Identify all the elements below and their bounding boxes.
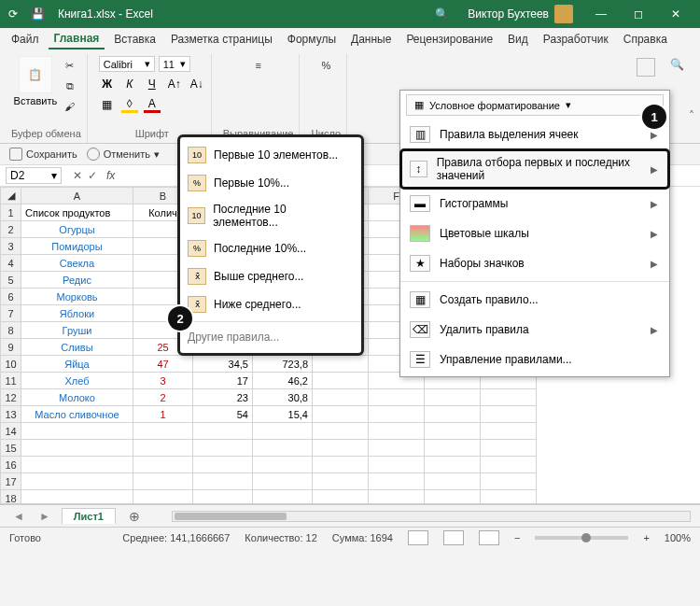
row-header[interactable]: 11	[1, 373, 21, 389]
cell[interactable]	[253, 457, 313, 473]
cell[interactable]: 723,8	[253, 356, 313, 373]
cell[interactable]	[133, 423, 193, 440]
cell[interactable]	[313, 473, 369, 490]
row-header[interactable]: 16	[1, 457, 21, 473]
increase-font-button[interactable]: A↑	[166, 76, 183, 92]
zoom-thumb[interactable]	[581, 533, 591, 543]
cell[interactable]	[313, 423, 369, 440]
row-header[interactable]: 14	[1, 423, 21, 440]
cell[interactable]	[253, 423, 313, 440]
paste-button[interactable]: 📋	[19, 56, 52, 93]
cell[interactable]	[313, 373, 369, 389]
page-break-button[interactable]	[479, 530, 499, 545]
cell[interactable]: Редис	[21, 272, 133, 289]
cell[interactable]: Сливы	[21, 339, 133, 356]
cell[interactable]	[369, 490, 425, 505]
bottom-10-items[interactable]: 10Последние 10 элементов...	[180, 197, 361, 234]
row-header[interactable]: 15	[1, 440, 21, 457]
cell[interactable]: 15,4	[253, 406, 313, 423]
cell[interactable]	[425, 389, 481, 406]
next-sheet-icon[interactable]: ►	[35, 510, 54, 523]
cell[interactable]	[133, 490, 193, 505]
row-header[interactable]: 8	[1, 322, 21, 339]
cell[interactable]	[369, 457, 425, 473]
menu-file[interactable]: Файл	[6, 30, 45, 49]
cell[interactable]: Морковь	[21, 289, 133, 305]
collapse-ribbon-icon[interactable]: ˄	[689, 109, 694, 122]
cell[interactable]	[253, 490, 313, 505]
cell[interactable]	[369, 406, 425, 423]
above-average[interactable]: x̄Выше среднего...	[180, 262, 361, 290]
save-icon[interactable]: 💾	[30, 7, 45, 21]
zoom-out-button[interactable]: −	[514, 532, 520, 543]
maximize-button[interactable]: ◻	[620, 0, 657, 28]
menu-review[interactable]: Рецензирование	[400, 30, 498, 49]
zoom-slider[interactable]	[535, 536, 628, 540]
percent-button[interactable]: %	[317, 56, 334, 75]
align-button[interactable]: ≡	[251, 56, 264, 75]
cell[interactable]	[313, 356, 369, 373]
menu-formulas[interactable]: Формулы	[282, 30, 342, 49]
menu-developer[interactable]: Разработчик	[538, 30, 614, 49]
cell[interactable]	[193, 440, 253, 457]
scroll-thumb[interactable]	[175, 513, 287, 520]
borders-button[interactable]: ▦	[99, 96, 116, 113]
cell[interactable]: 47	[133, 356, 193, 373]
font-size-select[interactable]: 11▾	[159, 56, 190, 72]
fx-icon[interactable]: fx	[103, 169, 119, 182]
zoom-level[interactable]: 100%	[665, 532, 691, 543]
cell[interactable]: Свекла	[21, 255, 133, 272]
row-header[interactable]: 6	[1, 289, 21, 305]
font-name-select[interactable]: Calibri▾	[99, 56, 155, 72]
cell[interactable]	[425, 406, 481, 423]
clear-rules-item[interactable]: ⌫ Удалить правила ▶	[400, 315, 669, 345]
cell[interactable]: Яблоки	[21, 305, 133, 322]
cell[interactable]: 30,8	[253, 389, 313, 406]
table-styles-icon[interactable]	[637, 58, 655, 77]
find-icon[interactable]: 🔍	[670, 58, 689, 77]
fill-color-button[interactable]: ◊	[121, 96, 138, 113]
row-header[interactable]: 5	[1, 272, 21, 289]
color-scales-item[interactable]: Цветовые шкалы ▶	[400, 218, 669, 248]
horizontal-scrollbar[interactable]	[172, 511, 691, 522]
row-header[interactable]: 2	[1, 221, 21, 238]
menu-insert[interactable]: Вставка	[108, 30, 161, 49]
manage-rules-item[interactable]: ☰ Управление правилами...	[400, 345, 669, 374]
row-header[interactable]: 4	[1, 255, 21, 272]
cell[interactable]	[425, 473, 481, 490]
bottom-10-percent[interactable]: %Последние 10%...	[180, 234, 361, 262]
user-account[interactable]: Виктор Бухтеев	[468, 5, 573, 23]
sheet-tab[interactable]: Лист1	[62, 508, 116, 524]
cell[interactable]	[133, 473, 193, 490]
cut-button[interactable]: ✂	[62, 56, 77, 75]
cell[interactable]	[193, 423, 253, 440]
menu-home[interactable]: Главная	[49, 29, 105, 49]
cell[interactable]	[193, 457, 253, 473]
cell[interactable]	[481, 440, 537, 457]
font-color-button[interactable]: A	[144, 96, 161, 113]
cell[interactable]	[369, 473, 425, 490]
autosave-icon[interactable]: ⟳	[6, 7, 21, 21]
cell[interactable]	[21, 490, 133, 505]
col-header[interactable]: A	[21, 188, 133, 204]
row-header[interactable]: 10	[1, 356, 21, 373]
select-all-corner[interactable]: ◢	[1, 188, 21, 204]
cell[interactable]	[313, 490, 369, 505]
below-average[interactable]: x̄Ниже среднего...	[180, 290, 361, 318]
cell[interactable]	[21, 457, 133, 473]
cell[interactable]: 2	[133, 389, 193, 406]
cell[interactable]: Список продуктов	[21, 204, 133, 221]
cell[interactable]	[369, 423, 425, 440]
cell[interactable]: 1	[133, 406, 193, 423]
cell[interactable]	[253, 473, 313, 490]
enter-formula-icon[interactable]: ✓	[88, 169, 97, 182]
cell[interactable]	[193, 473, 253, 490]
cell[interactable]	[481, 389, 537, 406]
cell[interactable]: Молоко	[21, 389, 133, 406]
underline-button[interactable]: Ч	[144, 76, 161, 92]
more-rules[interactable]: Другие правила...	[180, 325, 361, 349]
cancel-formula-icon[interactable]: ✕	[73, 169, 82, 182]
row-header[interactable]: 13	[1, 406, 21, 423]
italic-button[interactable]: К	[121, 76, 138, 92]
bold-button[interactable]: Ж	[99, 76, 116, 92]
